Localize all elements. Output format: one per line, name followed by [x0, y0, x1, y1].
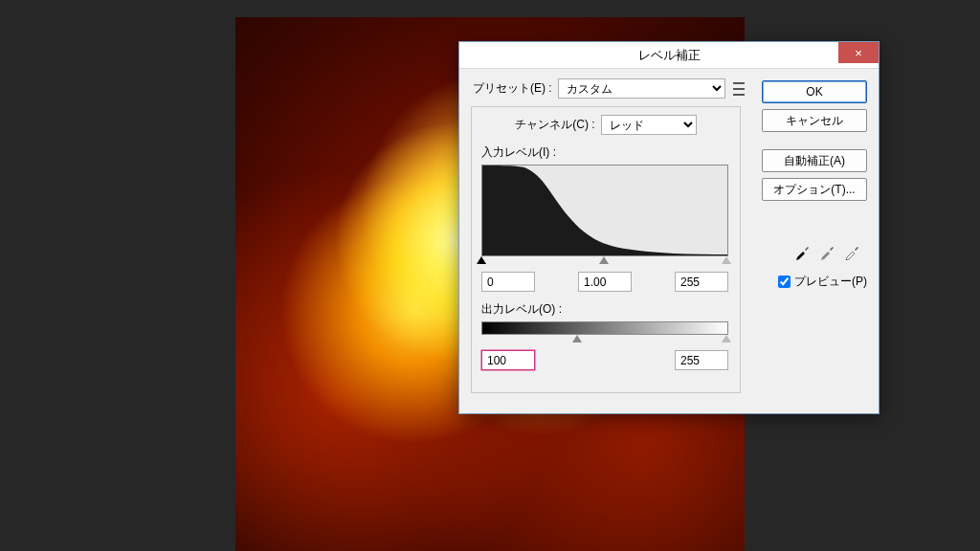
- preset-select[interactable]: カスタム: [558, 78, 726, 99]
- eyedropper-group: [794, 243, 861, 260]
- preview-checkbox-row[interactable]: プレビュー(P): [778, 274, 867, 290]
- levels-panel: チャンネル(C) : レッド 入力レベル(I) :: [471, 106, 741, 393]
- options-button[interactable]: オプション(T)...: [762, 178, 867, 201]
- input-black-handle[interactable]: [477, 256, 486, 264]
- channel-select[interactable]: レッド: [601, 115, 697, 135]
- output-white-handle[interactable]: [722, 335, 731, 342]
- input-level-inputs: [481, 272, 728, 292]
- input-white-field[interactable]: [675, 272, 728, 292]
- preset-row: プリセット(E) : カスタム: [473, 78, 746, 99]
- output-black-handle[interactable]: [572, 335, 582, 342]
- input-mid-handle[interactable]: [599, 256, 609, 264]
- black-point-eyedropper-icon[interactable]: [794, 243, 812, 260]
- cancel-button[interactable]: キャンセル: [762, 109, 867, 132]
- output-level-inputs: [481, 350, 728, 370]
- dialog-body: プリセット(E) : カスタム チャンネル(C) : レッド 入力レベル(I) …: [459, 69, 879, 413]
- preset-menu-icon[interactable]: [731, 82, 746, 96]
- output-black-field[interactable]: [481, 350, 535, 370]
- input-black-field[interactable]: [481, 272, 535, 292]
- dialog-title: レベル補正: [459, 47, 879, 64]
- white-point-eyedropper-icon[interactable]: [844, 243, 861, 260]
- input-slider-track[interactable]: [481, 256, 728, 268]
- channel-row: チャンネル(C) : レッド: [481, 115, 730, 135]
- preview-label: プレビュー(P): [794, 274, 867, 290]
- auto-button[interactable]: 自動補正(A): [762, 149, 867, 172]
- gray-point-eyedropper-icon[interactable]: [819, 243, 836, 260]
- output-gradient: [481, 321, 728, 335]
- output-white-field[interactable]: [675, 350, 728, 370]
- preset-label: プリセット(E) :: [473, 80, 552, 97]
- output-levels-label: 出力レベル(O) :: [481, 301, 730, 318]
- preview-checkbox[interactable]: [778, 276, 791, 288]
- levels-dialog: レベル補正 × プリセット(E) : カスタム チャンネル(C) : レ: [458, 41, 880, 414]
- dialog-side-buttons: OK キャンセル 自動補正(A) オプション(T)...: [762, 80, 867, 201]
- input-mid-field[interactable]: [578, 272, 632, 292]
- dialog-titlebar[interactable]: レベル補正 ×: [459, 42, 879, 69]
- ok-button[interactable]: OK: [762, 80, 867, 103]
- histogram: [481, 165, 728, 256]
- input-levels-label: 入力レベル(I) :: [481, 144, 730, 161]
- input-white-handle[interactable]: [722, 256, 731, 264]
- channel-label: チャンネル(C) :: [515, 117, 594, 133]
- close-button[interactable]: ×: [838, 42, 879, 63]
- close-icon: ×: [855, 46, 862, 60]
- output-slider-track[interactable]: [481, 335, 728, 346]
